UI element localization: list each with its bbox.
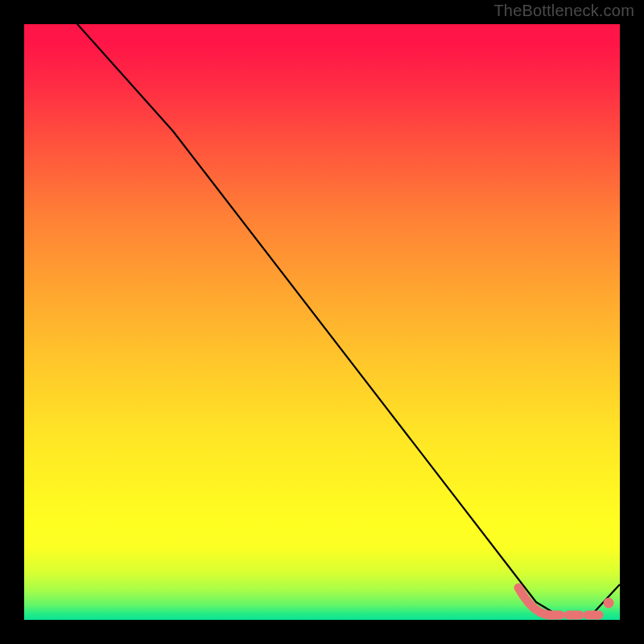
plot-area xyxy=(24,24,620,620)
minimum-marker-dot xyxy=(604,598,614,609)
minimum-marker-solid xyxy=(518,588,549,615)
chart-overlay xyxy=(24,24,620,620)
chart-frame: TheBottleneck.com xyxy=(0,0,644,644)
watermark-text: TheBottleneck.com xyxy=(493,2,634,20)
bottleneck-curve xyxy=(24,24,620,617)
